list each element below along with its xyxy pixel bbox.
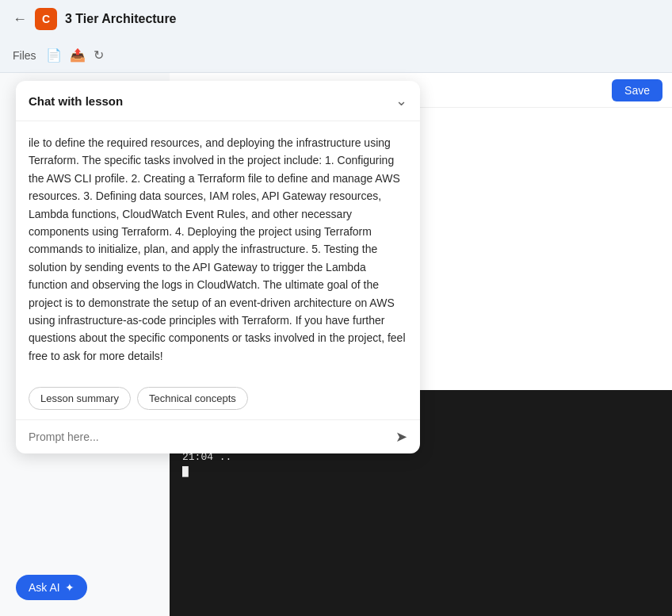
files-label: Files (13, 49, 36, 62)
chat-panel: Chat with lesson ⌄ ile to define the req… (16, 81, 420, 453)
main-content: Save 1 // select a file to get started l… (0, 73, 672, 616)
chat-quick-actions: Lesson summary Technical concepts (16, 377, 420, 419)
refresh-button[interactable]: ↻ (94, 48, 104, 63)
chat-message: ile to define the required resources, an… (29, 134, 407, 365)
ask-ai-label: Ask AI (29, 581, 60, 594)
new-file-button[interactable]: 📄 (46, 48, 62, 63)
chat-title: Chat with lesson (29, 94, 123, 108)
chat-input[interactable] (29, 430, 389, 443)
terminal-cursor: █ (182, 465, 659, 480)
chat-input-area: ➤ (16, 419, 420, 453)
send-button[interactable]: ➤ (395, 428, 407, 446)
app-title: 3 Tier Architecture (65, 12, 177, 26)
chat-header: Chat with lesson ⌄ (16, 81, 420, 121)
files-icons: 📄 📤 ↻ (46, 48, 104, 63)
chat-collapse-button[interactable]: ⌄ (395, 92, 407, 109)
back-button[interactable]: ← (13, 11, 27, 28)
ask-ai-button[interactable]: Ask AI ✦ (16, 575, 87, 600)
export-file-button[interactable]: 📤 (70, 48, 86, 63)
ai-sparkle-icon: ✦ (65, 581, 74, 594)
lesson-summary-button[interactable]: Lesson summary (29, 387, 131, 410)
technical-concepts-button[interactable]: Technical concepts (137, 387, 248, 410)
chat-messages: ile to define the required resources, an… (16, 121, 420, 377)
save-button[interactable]: Save (612, 79, 662, 101)
files-bar: Files 📄 📤 ↻ (0, 38, 672, 73)
app-icon: C (35, 8, 57, 30)
top-bar: ← C 3 Tier Architecture (0, 0, 672, 38)
